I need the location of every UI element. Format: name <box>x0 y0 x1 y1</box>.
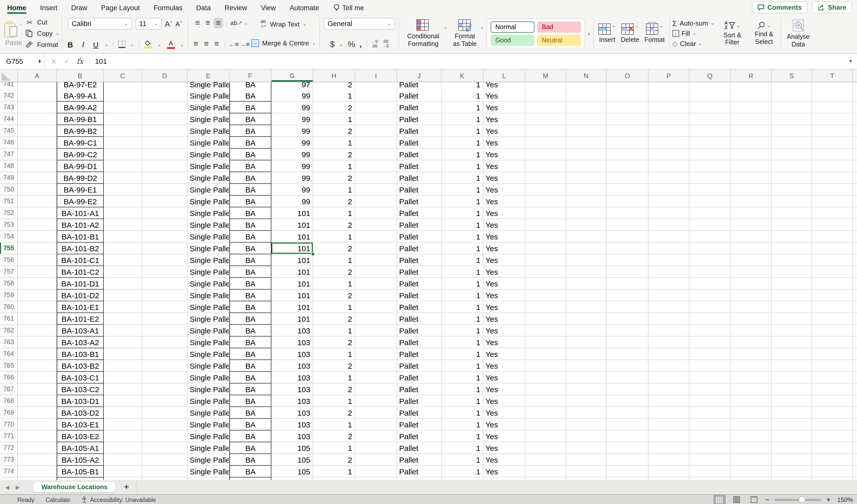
cell-O751[interactable] <box>607 195 649 207</box>
row-header-762[interactable]: 762 <box>0 325 18 336</box>
fill-color-button[interactable] <box>144 40 153 49</box>
cell-Q753[interactable] <box>689 219 731 231</box>
formula-bar-expand-chevron[interactable]: ▼ <box>848 59 857 64</box>
cell-C775[interactable] <box>104 477 142 480</box>
cell-S745[interactable] <box>772 125 812 137</box>
cell-C756[interactable] <box>104 254 142 266</box>
cell-partial750[interactable] <box>853 184 857 195</box>
tab-view[interactable]: View <box>261 2 276 13</box>
style-neutral[interactable]: Neutral <box>537 34 581 46</box>
cell-D775[interactable] <box>142 477 187 480</box>
cell-B756[interactable]: BA-101-C1 <box>57 254 104 266</box>
cell-M758[interactable] <box>525 278 566 290</box>
cell-O766[interactable] <box>607 372 649 383</box>
cell-O749[interactable] <box>607 172 649 184</box>
style-normal[interactable]: Normal <box>491 21 535 32</box>
cell-E751[interactable]: Single Palle <box>187 195 230 207</box>
zoom-level[interactable]: 150% <box>836 496 853 503</box>
sheet-nav-left-icon[interactable]: ◀ <box>5 484 10 490</box>
zoom-slider[interactable] <box>774 499 822 501</box>
cell-O742[interactable] <box>607 90 649 102</box>
cell-G750[interactable]: 99 <box>271 184 313 195</box>
cell-N755[interactable] <box>566 243 607 254</box>
cell-R753[interactable] <box>731 219 772 231</box>
align-bottom-button[interactable]: ≡ <box>214 18 223 28</box>
cell-S752[interactable] <box>772 207 812 219</box>
cell-H747[interactable]: 2 <box>313 149 355 160</box>
cell-H755[interactable]: 2 <box>313 243 355 254</box>
cell-L758[interactable]: Yes <box>484 278 525 290</box>
cell-M750[interactable] <box>525 184 566 195</box>
cell-P744[interactable] <box>649 114 689 125</box>
clear-button[interactable]: ◇ Clear ⌄ <box>672 38 715 49</box>
cell-P746[interactable] <box>649 137 689 149</box>
cell-D759[interactable] <box>142 290 187 301</box>
cell-E771[interactable]: Single Palle <box>187 431 230 442</box>
cell-L747[interactable]: Yes <box>484 149 525 160</box>
cell-L746[interactable]: Yes <box>484 137 525 149</box>
cell-G762[interactable]: 103 <box>271 325 313 336</box>
cell-N753[interactable] <box>566 219 607 231</box>
cell-R773[interactable] <box>731 454 772 466</box>
cell-A767[interactable] <box>18 383 57 395</box>
cell-E741[interactable]: Single Palle <box>187 82 230 90</box>
zoom-slider-thumb[interactable] <box>799 496 805 503</box>
cell-O769[interactable] <box>607 407 649 419</box>
column-header-F[interactable]: F <box>230 69 271 82</box>
cell-K751[interactable]: 1 <box>441 195 484 207</box>
cell-T767[interactable] <box>812 383 853 395</box>
cell-R751[interactable] <box>731 195 772 207</box>
sort-filter-chevron[interactable]: ⌄ <box>736 23 740 28</box>
cut-button[interactable]: ✂ Cut <box>25 17 60 28</box>
cell-D767[interactable] <box>142 383 187 395</box>
cell-B769[interactable]: BA-103-D2 <box>57 407 104 419</box>
cell-I741[interactable] <box>355 82 397 90</box>
cell-B768[interactable]: BA-103-D1 <box>57 395 104 407</box>
cell-L771[interactable]: Yes <box>484 431 525 442</box>
row-header-763[interactable]: 763 <box>0 336 18 348</box>
cell-E747[interactable]: Single Palle <box>187 149 230 160</box>
format-cells-chevron[interactable]: ⌄ <box>659 23 663 28</box>
cell-T742[interactable] <box>812 90 853 102</box>
cell-M757[interactable] <box>525 266 566 278</box>
cell-B749[interactable]: BA-99-D2 <box>57 172 104 184</box>
cell-F757[interactable]: BA <box>230 266 271 278</box>
cell-K756[interactable]: 1 <box>441 254 484 266</box>
cell-H763[interactable]: 2 <box>313 336 355 348</box>
sheet-tab-warehouse-locations[interactable]: Warehouse Locations <box>33 482 116 492</box>
cell-P761[interactable] <box>649 313 689 325</box>
cell-S747[interactable] <box>772 149 812 160</box>
column-header-E[interactable]: E <box>187 69 230 82</box>
cell-I774[interactable] <box>355 466 397 477</box>
cell-D751[interactable] <box>142 195 187 207</box>
name-box-stepper[interactable]: ▲▼ <box>38 59 41 63</box>
cell-E746[interactable]: Single Palle <box>187 137 230 149</box>
cell-H761[interactable]: 2 <box>313 313 355 325</box>
column-header-T[interactable]: T <box>812 69 853 82</box>
cell-L764[interactable]: Yes <box>484 348 525 360</box>
row-header-756[interactable]: 756 <box>0 254 18 266</box>
cell-E769[interactable]: Single Palle <box>187 407 230 419</box>
cell-O754[interactable] <box>607 231 649 243</box>
cell-O743[interactable] <box>607 102 649 114</box>
cell-D762[interactable] <box>142 325 187 336</box>
cell-F753[interactable]: BA <box>230 219 271 231</box>
cell-I761[interactable] <box>355 313 397 325</box>
cell-H768[interactable]: 1 <box>313 395 355 407</box>
comments-button[interactable]: Comments <box>752 2 807 13</box>
cell-O771[interactable] <box>607 431 649 442</box>
cell-G766[interactable]: 103 <box>271 372 313 383</box>
cell-T766[interactable] <box>812 372 853 383</box>
cell-P756[interactable] <box>649 254 689 266</box>
cell-K772[interactable]: 1 <box>441 442 484 454</box>
cell-M763[interactable] <box>525 336 566 348</box>
cell-J743[interactable]: Pallet <box>397 102 441 114</box>
cell-Q752[interactable] <box>689 207 731 219</box>
cell-C772[interactable] <box>104 442 142 454</box>
align-right-button[interactable]: ≡ <box>212 39 221 49</box>
cell-T764[interactable] <box>812 348 853 360</box>
cell-A743[interactable] <box>18 102 57 114</box>
cell-H753[interactable]: 2 <box>313 219 355 231</box>
cell-J746[interactable]: Pallet <box>397 137 441 149</box>
cell-Q775[interactable] <box>689 477 731 480</box>
